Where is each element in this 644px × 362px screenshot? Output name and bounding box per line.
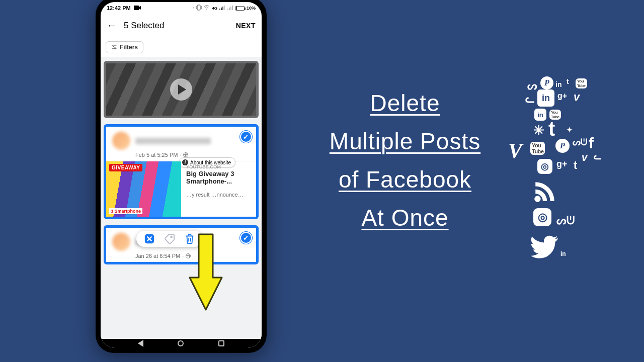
rss-big-icon (532, 179, 557, 204)
selection-toolbar: ← 5 Selected NEXT (101, 14, 262, 37)
selection-title: 5 Selected (124, 21, 236, 31)
svg-point-13 (534, 196, 541, 202)
facebook-icon: f (589, 135, 594, 152)
trash-action-icon[interactable] (184, 233, 196, 245)
nav-back-icon[interactable] (138, 340, 143, 347)
stumble2-icon: ᔕᕫ (573, 137, 587, 148)
post-card-selected[interactable]: ✓ Feb 5 at 5:25 PM · i (104, 124, 259, 219)
headline-line2: Multiple Posts (330, 128, 480, 154)
vimeo3-icon: v (582, 152, 587, 163)
tumblr-mini-icon: t (567, 77, 569, 85)
meta-sep: · (180, 152, 181, 158)
link-preview[interactable]: i About this website GIVEAWAY 3 Smartpho… (106, 161, 256, 217)
globe-icon (186, 253, 191, 258)
link-title: Big Giveaway 3 Smartphone-... (186, 170, 252, 186)
svg-rect-1 (197, 5, 200, 10)
youtube-mini-icon: YouTube (576, 78, 587, 88)
android-navbar (101, 339, 262, 348)
avatar (112, 233, 130, 251)
linkedin-mini-icon: in (555, 80, 561, 88)
linkedin-big-icon: in (537, 89, 554, 107)
yelp-icon: ✳︎ (533, 123, 544, 138)
svg-point-6 (113, 45, 114, 47)
svg-point-8 (114, 48, 116, 49)
instagram-icon: ◎ (537, 159, 552, 174)
nav-recent-icon[interactable] (218, 340, 224, 346)
status-bar: 12:42 PM · 4G (101, 2, 262, 14)
play-icon[interactable] (170, 78, 192, 101)
post-timestamp: Jan 26 at 6:54 PM (135, 253, 180, 259)
rss-icon: ᓚ (525, 93, 535, 106)
signal2-icon (227, 6, 233, 10)
svg-point-10 (171, 236, 172, 238)
post-timestamp: Feb 5 at 5:25 PM (135, 152, 178, 158)
tumblr-big-icon: t (548, 118, 555, 140)
meta-sep: · (182, 253, 184, 259)
battery-pct: 10% (247, 6, 256, 11)
instagram2-icon: ◎ (533, 208, 551, 226)
signal-icon (219, 6, 225, 10)
pinterest2-icon: P (555, 139, 570, 153)
headline-line3: of Facebook (339, 166, 471, 193)
gplus-icon: g+ (557, 92, 567, 101)
post-header (106, 127, 256, 152)
post-meta: Jan 26 at 6:54 PM · (106, 253, 256, 262)
youtube3-icon: YouTube (530, 142, 545, 155)
tag-action-icon[interactable] (164, 233, 176, 245)
post-action-popover (136, 231, 203, 247)
rss2-icon: ᓚ (594, 151, 601, 162)
pinterest-icon: P (540, 76, 553, 89)
next-button[interactable]: NEXT (236, 22, 256, 30)
vibrate-icon: · (193, 6, 194, 11)
vimeo-big-icon: V (508, 139, 522, 163)
twitter-mini-icon: ✦ (567, 126, 573, 134)
avatar (112, 132, 130, 150)
giveaway-badge: GIVEAWAY (109, 164, 142, 171)
camera-icon (134, 5, 141, 11)
stumble-icon: ᔕ (527, 79, 537, 93)
headline-line1: Delete (370, 90, 440, 116)
globe-icon (183, 152, 188, 157)
linkedin-tiny-icon: in (560, 250, 566, 257)
link-source: YOUTUBE.COM (186, 164, 252, 169)
vibrate2-icon (196, 5, 202, 12)
back-icon[interactable]: ← (107, 20, 117, 31)
filters-label: Filters (120, 44, 138, 51)
filters-button[interactable]: Filters (106, 41, 143, 53)
social-icons-collage: ᔕ P in t YouTube ᓚ in g+ v in YouTube ✳︎… (508, 75, 624, 287)
post-card-selected-2[interactable]: ✓ (104, 225, 259, 264)
thumb-caption: 3 Smartphone (109, 208, 142, 214)
phone-frame: 12:42 PM · 4G (96, 0, 267, 353)
svg-point-4 (206, 9, 207, 10)
wifi-icon (204, 5, 210, 11)
checkmark-icon[interactable]: ✓ (240, 131, 252, 143)
post-header (106, 228, 256, 253)
net-label: 4G (212, 6, 217, 11)
headline: Delete Multiple Posts of Facebook At Onc… (297, 84, 513, 237)
nav-home-icon[interactable] (178, 340, 184, 346)
profile-name (135, 138, 211, 144)
twitter-big-icon (528, 230, 560, 262)
battery-icon (235, 6, 245, 11)
sliders-icon (111, 44, 117, 50)
gplus2-icon: g+ (556, 159, 568, 169)
filters-row: Filters (101, 37, 262, 58)
feed[interactable]: ✓ Feb 5 at 5:25 PM · i (101, 58, 262, 339)
stumble3-icon: ᔕᕫ (556, 214, 575, 227)
link-thumbnail: GIVEAWAY 3 Smartphone (106, 161, 181, 217)
link-desc: …y result …nnounce… (186, 192, 252, 198)
headline-line4: At Once (361, 205, 448, 231)
video-post[interactable] (104, 61, 259, 118)
remove-action-icon[interactable] (143, 233, 155, 245)
linkedin2-icon: in (534, 109, 546, 121)
svg-rect-0 (134, 6, 139, 10)
status-time: 12:42 PM (107, 5, 131, 11)
tumblr3-icon: t (574, 159, 577, 172)
phone-screen: 12:42 PM · 4G (101, 2, 262, 348)
vimeo-mini-icon: v (574, 90, 580, 104)
